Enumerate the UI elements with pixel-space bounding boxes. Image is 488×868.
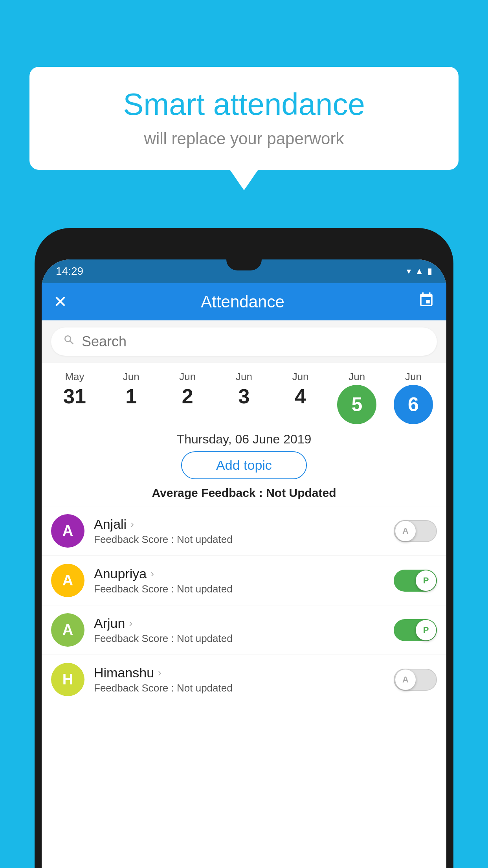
signal-icon: ▲ <box>415 266 424 276</box>
attendance-toggle-anupriya[interactable]: P <box>394 570 437 592</box>
avatar-arjun: A <box>51 613 84 647</box>
student-name-arjun: Arjun <box>94 616 125 631</box>
toggle-arjun[interactable]: P <box>394 619 437 641</box>
chevron-icon-anjali: › <box>130 518 134 530</box>
calendar-day-0[interactable]: May 31 <box>51 371 98 424</box>
toggle-knob-arjun: P <box>416 620 436 640</box>
wifi-icon: ▾ <box>407 266 411 276</box>
phone-screen: 14:29 ▾ ▲ ▮ ✕ Attendance <box>42 259 446 868</box>
student-item-arjun[interactable]: A Arjun › Feedback Score : Not updated P <box>42 605 446 655</box>
toggle-anjali[interactable]: A <box>394 520 437 542</box>
search-bar-wrapper <box>42 320 446 363</box>
search-icon <box>63 334 75 349</box>
avatar-himanshu: H <box>51 663 84 696</box>
bubble-subtitle: will replace your paperwork <box>53 129 435 148</box>
status-time: 14:29 <box>56 265 83 278</box>
average-feedback: Average Feedback : Not Updated <box>42 486 446 506</box>
toggle-knob-himanshu: A <box>395 669 416 690</box>
selected-date: Thursday, 06 June 2019 <box>42 424 446 451</box>
toggle-knob-anjali: A <box>395 521 416 541</box>
avg-feedback-label: Average Feedback : <box>152 486 266 499</box>
attendance-toggle-anjali[interactable]: A <box>394 520 437 542</box>
calendar-day-1[interactable]: Jun 1 <box>108 371 155 424</box>
student-name-anupriya: Anupriya <box>94 566 147 581</box>
chevron-icon-anupriya: › <box>150 568 154 580</box>
calendar-day-6[interactable]: Jun 6 <box>390 371 437 424</box>
avatar-anjali: A <box>51 514 84 548</box>
calendar-day-4[interactable]: Jun 4 <box>277 371 324 424</box>
calendar-day-5-circle: 5 <box>337 385 376 424</box>
student-item-himanshu[interactable]: H Himanshu › Feedback Score : Not update… <box>42 655 446 704</box>
speech-bubble: Smart attendance will replace your paper… <box>29 67 459 170</box>
student-info-himanshu: Himanshu › Feedback Score : Not updated <box>84 665 394 694</box>
toggle-anupriya[interactable]: P <box>394 570 437 592</box>
avg-feedback-value: Not Updated <box>266 486 336 499</box>
status-icons: ▾ ▲ ▮ <box>407 266 432 276</box>
calendar-day-3[interactable]: Jun 3 <box>220 371 268 424</box>
battery-icon: ▮ <box>427 266 432 276</box>
student-list: A Anjali › Feedback Score : Not updated … <box>42 506 446 704</box>
calendar-day-2[interactable]: Jun 2 <box>164 371 211 424</box>
chevron-icon-himanshu: › <box>158 667 161 679</box>
phone-frame: 14:29 ▾ ▲ ▮ ✕ Attendance <box>35 228 453 868</box>
student-info-anupriya: Anupriya › Feedback Score : Not updated <box>84 566 394 595</box>
student-name-anjali: Anjali <box>94 517 127 532</box>
search-input[interactable] <box>82 333 425 350</box>
toggle-knob-anupriya: P <box>416 570 436 591</box>
student-info-arjun: Arjun › Feedback Score : Not updated <box>84 616 394 645</box>
add-topic-button[interactable]: Add topic <box>181 451 307 479</box>
calendar-day-5[interactable]: Jun 5 <box>333 371 380 424</box>
app-bar: ✕ Attendance <box>42 283 446 320</box>
attendance-toggle-arjun[interactable]: P <box>394 619 437 641</box>
avatar-anupriya: A <box>51 564 84 597</box>
calendar-day-6-circle: 6 <box>394 385 433 424</box>
app-bar-title: Attendance <box>201 292 284 311</box>
phone-notch <box>226 259 262 270</box>
chevron-icon-arjun: › <box>129 617 132 629</box>
close-icon[interactable]: ✕ <box>53 292 67 311</box>
search-bar <box>51 327 437 356</box>
student-item-anupriya[interactable]: A Anupriya › Feedback Score : Not update… <box>42 555 446 605</box>
calendar-row: May 31 Jun 1 Jun 2 Jun 3 Jun 4 Jun <box>42 363 446 424</box>
student-info-anjali: Anjali › Feedback Score : Not updated <box>84 517 394 546</box>
student-item-anjali[interactable]: A Anjali › Feedback Score : Not updated … <box>42 506 446 555</box>
toggle-himanshu[interactable]: A <box>394 669 437 691</box>
student-name-himanshu: Himanshu <box>94 665 154 680</box>
calendar-icon[interactable] <box>418 292 435 312</box>
attendance-toggle-himanshu[interactable]: A <box>394 669 437 691</box>
bubble-title: Smart attendance <box>53 86 435 122</box>
